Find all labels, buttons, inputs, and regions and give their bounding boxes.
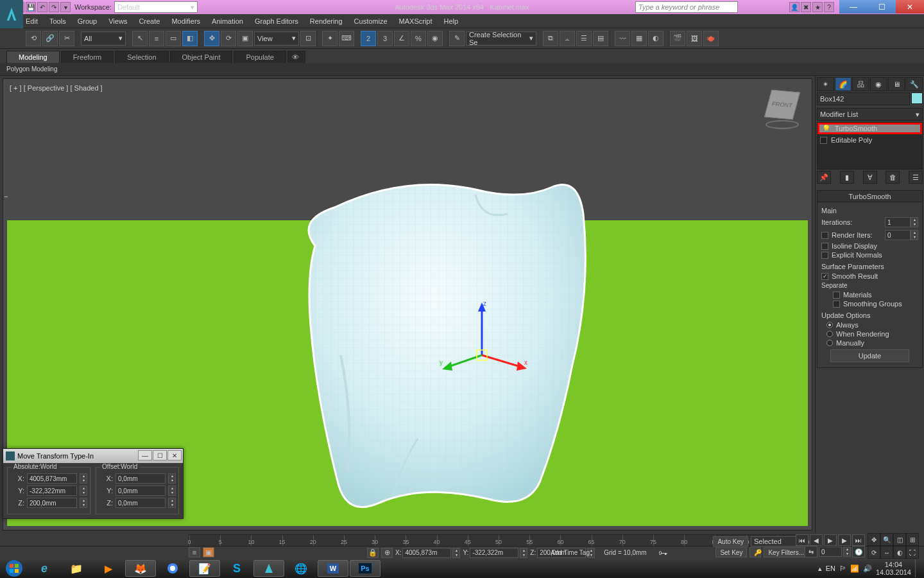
modifier-editable-poly[interactable]: Editable Poly bbox=[817, 134, 922, 146]
schematic-icon[interactable]: ▦ bbox=[631, 31, 647, 46]
modifier-stack[interactable]: 💡TurboSmooth Editable Poly bbox=[817, 122, 923, 170]
orbit-icon[interactable]: ⟳ bbox=[868, 546, 880, 559]
goto-end-icon[interactable]: ⏭ bbox=[852, 534, 865, 546]
pan-icon[interactable]: ✥ bbox=[868, 533, 880, 546]
key-filters-button[interactable]: Key Filters... bbox=[764, 547, 809, 557]
task-browser2-icon[interactable]: 🌐 bbox=[286, 560, 316, 577]
task-notepad-icon[interactable]: 📝 bbox=[189, 560, 220, 577]
link-icon[interactable]: 🔗 bbox=[42, 31, 58, 46]
fov-icon[interactable]: ◫ bbox=[893, 533, 906, 546]
max-toggle-icon[interactable]: ⛶ bbox=[906, 546, 919, 559]
time-config-icon[interactable]: 🕐 bbox=[852, 546, 865, 557]
abs-y-spinner[interactable]: ▴▾ bbox=[80, 486, 87, 496]
abs-z-input[interactable]: 200,0mm bbox=[27, 498, 77, 508]
set-key-button[interactable]: Set Key bbox=[715, 547, 747, 557]
object-name-input[interactable]: Box142 bbox=[817, 92, 910, 105]
app-logo[interactable] bbox=[0, 0, 23, 28]
render-iters-spinner[interactable]: ▴▾ bbox=[911, 230, 918, 240]
configure-sets-icon[interactable]: ☰ bbox=[909, 171, 923, 184]
task-explorer-icon[interactable]: 📁 bbox=[61, 560, 92, 577]
named-sel-icon[interactable]: ✎ bbox=[449, 31, 465, 46]
iterations-input[interactable]: 1 bbox=[885, 217, 911, 227]
snap-2d-icon[interactable]: 2 bbox=[361, 31, 376, 46]
goto-start-icon[interactable]: ⏮ bbox=[796, 534, 809, 546]
menu-create[interactable]: Create bbox=[139, 17, 160, 25]
menu-views[interactable]: Views bbox=[108, 17, 127, 25]
abs-z-spinner[interactable]: ▴▾ bbox=[80, 498, 87, 508]
explicit-normals-check[interactable] bbox=[821, 252, 828, 259]
viewport-label[interactable]: [ + ] [ Perspective ] [ Shaded ] bbox=[10, 84, 103, 92]
ref-coord-dropdown[interactable]: View▾ bbox=[254, 31, 299, 46]
key-icon[interactable]: 🗝 bbox=[658, 548, 667, 558]
pillow-mesh[interactable] bbox=[277, 162, 623, 522]
menu-rendering[interactable]: Rendering bbox=[310, 17, 343, 25]
tab-selection[interactable]: Selection bbox=[115, 51, 168, 63]
radio-always[interactable] bbox=[826, 322, 833, 328]
next-frame-icon[interactable]: ▶ bbox=[838, 534, 851, 546]
tab-populate[interactable]: Populate bbox=[234, 51, 286, 63]
mirror-icon[interactable]: ⧉ bbox=[543, 31, 558, 46]
task-photoshop-icon[interactable]: Ps bbox=[350, 560, 381, 577]
tray-network-icon[interactable]: 📶 bbox=[850, 565, 859, 573]
float-close-button[interactable]: ✕ bbox=[167, 450, 182, 460]
cp-tab-display-icon[interactable]: 🖥 bbox=[888, 77, 905, 91]
tb-redo-icon[interactable]: ↷ bbox=[49, 2, 59, 12]
named-sel-dropdown[interactable]: Create Selection Se▾ bbox=[466, 31, 536, 46]
tab-freeform[interactable]: Freeform bbox=[61, 51, 114, 63]
window-minimize-button[interactable]: — bbox=[839, 0, 868, 13]
snap-percent-icon[interactable]: % bbox=[411, 31, 426, 46]
iterations-spinner[interactable]: ▴▾ bbox=[911, 217, 918, 227]
help-btn3-icon[interactable]: ★ bbox=[812, 2, 823, 12]
object-color-swatch[interactable] bbox=[911, 92, 923, 104]
unlink-icon[interactable]: ✂ bbox=[59, 31, 74, 46]
task-skype-icon[interactable]: S bbox=[221, 560, 252, 577]
float-minimize-button[interactable]: — bbox=[138, 450, 152, 460]
select-window-icon[interactable]: ◧ bbox=[182, 31, 198, 46]
task-3dsmax-icon[interactable] bbox=[253, 560, 284, 577]
smoothing-groups-check[interactable] bbox=[833, 301, 840, 308]
zoom-icon[interactable]: 🔍 bbox=[880, 533, 893, 546]
script-listener-icon[interactable]: ≡ bbox=[189, 547, 200, 557]
menu-modifiers[interactable]: Modifiers bbox=[171, 17, 200, 25]
play-icon[interactable]: ▶ bbox=[824, 534, 837, 546]
task-media-icon[interactable]: ▶ bbox=[93, 560, 124, 577]
remove-modifier-icon[interactable]: 🗑 bbox=[886, 171, 900, 184]
cp-tab-utilities-icon[interactable]: 🔧 bbox=[905, 77, 923, 91]
radio-manually[interactable] bbox=[826, 340, 833, 346]
help-btn4-icon[interactable]: ? bbox=[824, 2, 834, 12]
abs-x-input[interactable]: 4005,873mm bbox=[27, 473, 77, 484]
smooth-result-check[interactable]: ✓ bbox=[821, 273, 828, 280]
menu-maxscript[interactable]: MAXScript bbox=[399, 17, 432, 25]
menu-customize[interactable]: Customize bbox=[354, 17, 388, 25]
task-firefox-icon[interactable]: 🦊 bbox=[125, 560, 156, 577]
lang-indicator[interactable]: EN bbox=[826, 565, 835, 572]
start-button[interactable] bbox=[0, 559, 28, 578]
pivot-icon[interactable]: ⊡ bbox=[300, 31, 316, 46]
add-time-tag[interactable]: Add Time Tag bbox=[551, 549, 590, 556]
menu-tools[interactable]: Tools bbox=[49, 17, 66, 25]
dolly-icon[interactable]: ↔ bbox=[880, 546, 893, 559]
workspace-dropdown[interactable]: Default▾ bbox=[114, 1, 198, 13]
material-editor-icon[interactable]: ◐ bbox=[648, 31, 663, 46]
rotate-icon[interactable]: ⟳ bbox=[221, 31, 236, 46]
tray-volume-icon[interactable]: 🔊 bbox=[863, 565, 872, 573]
show-end-result-icon[interactable]: ▮ bbox=[840, 171, 854, 184]
window-close-button[interactable]: ✕ bbox=[896, 0, 924, 13]
task-ie-icon[interactable]: e bbox=[29, 560, 60, 577]
off-z-spinner[interactable]: ▴▾ bbox=[168, 498, 176, 508]
menu-graph-editors[interactable]: Graph Editors bbox=[255, 17, 298, 25]
render-frame-icon[interactable]: 🖼 bbox=[687, 31, 702, 46]
manip-icon[interactable]: ✦ bbox=[322, 31, 338, 46]
tab-modeling[interactable]: Modeling bbox=[6, 51, 60, 63]
help-btn1-icon[interactable]: 👤 bbox=[789, 2, 800, 12]
rollout-header[interactable]: −TurboSmooth bbox=[817, 191, 922, 202]
layer-mgr-icon[interactable]: ▤ bbox=[593, 31, 608, 46]
task-word-icon[interactable]: W bbox=[318, 560, 348, 577]
clock[interactable]: 14:0414.03.2014 bbox=[876, 561, 911, 576]
off-y-spinner[interactable]: ▴▾ bbox=[168, 486, 176, 496]
menu-edit[interactable]: Edit bbox=[26, 17, 38, 25]
help-btn2-icon[interactable]: ✖ bbox=[801, 2, 811, 12]
update-button[interactable]: Update bbox=[830, 349, 909, 362]
tb-save-icon[interactable]: 💾 bbox=[26, 2, 36, 12]
move-transform-window[interactable]: Move Transform Type-In — ☐ ✕ Absolute:Wo… bbox=[3, 448, 184, 519]
